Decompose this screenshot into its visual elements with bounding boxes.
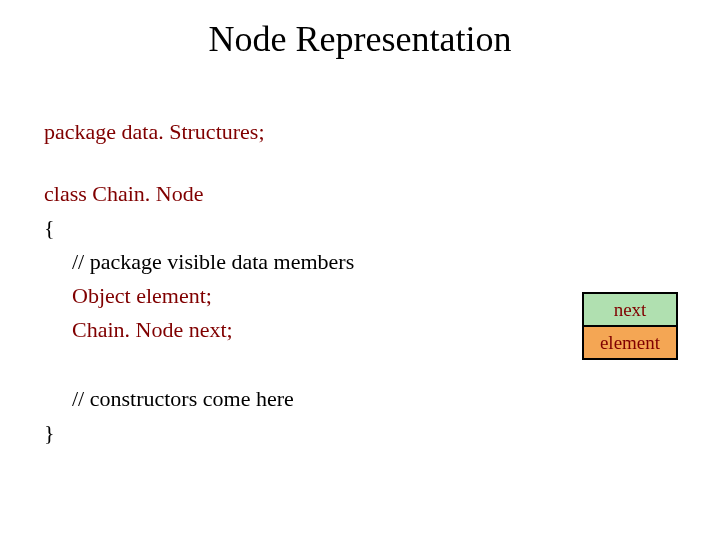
node-cell-element: element <box>582 326 678 360</box>
open-brace: { <box>44 211 354 245</box>
node-cell-next: next <box>582 292 678 326</box>
member-element: Object element; <box>44 279 354 313</box>
close-brace: } <box>44 416 354 450</box>
package-declaration: package data. Structures; <box>44 115 354 149</box>
node-diagram: next element <box>582 292 678 360</box>
slide-title: Node Representation <box>0 18 720 60</box>
comment-data-members: // package visible data members <box>44 245 354 279</box>
class-declaration: class Chain. Node <box>44 177 354 211</box>
member-next: Chain. Node next; <box>44 313 354 347</box>
code-listing: package data. Structures; class Chain. N… <box>44 115 354 450</box>
comment-constructors: // constructors come here <box>44 382 354 416</box>
